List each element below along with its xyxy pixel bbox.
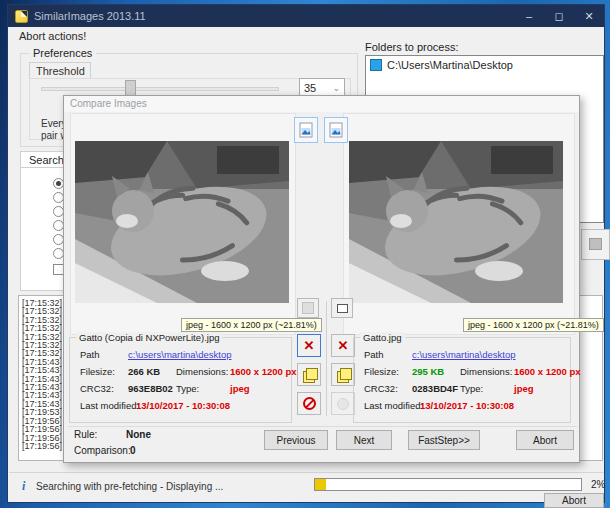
- folders-tool-button[interactable]: [581, 229, 610, 260]
- folder-path: C:\Users\Martina\Desktop: [387, 59, 513, 71]
- previous-button[interactable]: Previous: [264, 430, 328, 450]
- menu-abort-actions[interactable]: Abort actions!: [15, 30, 90, 42]
- right-file-info-group: Gatto.jpg Path c:\users\martina\desktop …: [353, 337, 571, 423]
- ignore-pair-button[interactable]: [297, 392, 321, 415]
- red-x-icon: ✕: [304, 338, 315, 353]
- left-type: jpeg: [230, 383, 250, 394]
- close-button[interactable]: ✕: [574, 5, 604, 27]
- window-title: SimilarImages 2013.11: [34, 10, 514, 22]
- tool-icon: [589, 238, 602, 250]
- folders-label: Folders to process:: [365, 41, 459, 53]
- maximize-button[interactable]: ◻: [544, 5, 574, 27]
- modified-label: Last modified:: [80, 400, 139, 411]
- left-dimensions: 1600 x 1200 px: [230, 366, 297, 377]
- right-type: jpeg: [514, 383, 534, 394]
- right-dimensions: 1600 x 1200 px: [514, 366, 581, 377]
- open-right-image-button[interactable]: [324, 117, 348, 143]
- recycle-right-button-disabled[interactable]: [331, 392, 355, 415]
- path-label: Path: [364, 349, 384, 360]
- open-left-image-button[interactable]: [294, 117, 318, 143]
- left-path-link[interactable]: c:\users\martina\desktop: [128, 349, 232, 360]
- delete-left-button[interactable]: ✕: [297, 334, 321, 357]
- threshold-slider-track[interactable]: [41, 87, 279, 91]
- right-filename: Gatto.jpg: [360, 332, 405, 343]
- red-x-icon: ✕: [338, 338, 349, 353]
- dialog-titlebar: Compare Images: [64, 96, 579, 112]
- progress-percent: 2%: [591, 479, 605, 490]
- info-icon: i: [22, 479, 25, 494]
- statusbar: i Searching with pre-fetching - Displayi…: [9, 472, 604, 502]
- right-modified: 13/10/2017 - 10:30:08: [420, 400, 514, 411]
- status-message: Searching with pre-fetching - Displaying…: [36, 481, 223, 492]
- app-icon: [15, 10, 28, 23]
- type-label: Type:: [176, 383, 199, 394]
- folder-item[interactable]: C:\Users\Martina\Desktop: [366, 56, 603, 73]
- dimensions-label: Dimensions:: [176, 366, 228, 377]
- square-icon: [337, 304, 348, 313]
- copy-right-button[interactable]: [331, 363, 355, 386]
- left-crc32: 963E8B02: [128, 383, 173, 394]
- left-image-caption: jpeg - 1600 x 1200 px (~21.81%): [181, 318, 322, 332]
- right-filesize: 295 KB: [412, 366, 444, 377]
- dialog-title: Compare Images: [70, 98, 147, 109]
- divider: [326, 301, 327, 416]
- type-label: Type:: [460, 383, 483, 394]
- image-file-icon: [299, 122, 313, 138]
- dimensions-label: Dimensions:: [460, 366, 512, 377]
- copy-left-button[interactable]: [297, 363, 321, 386]
- filesize-label: Filesize:: [80, 366, 115, 377]
- crc32-label: CRC32:: [80, 383, 114, 394]
- copy-pages-icon: [303, 368, 316, 381]
- left-filesize: 266 KB: [128, 366, 160, 377]
- comparison-label: Comparison:: [74, 445, 131, 456]
- faststep-button[interactable]: FastStep>>: [408, 430, 480, 450]
- preferences-label: Preferences: [29, 47, 96, 59]
- compare-images-dialog: Compare Images: [63, 95, 580, 463]
- left-modified: 13/10/2017 - 10:30:08: [136, 400, 230, 411]
- tab-threshold[interactable]: Threshold: [29, 62, 91, 79]
- left-file-info-group: Gatto (Copia di NXPowerLite).jpg Path c:…: [69, 337, 292, 423]
- right-fullview-button[interactable]: [331, 298, 353, 318]
- modified-label: Last modified:: [364, 400, 423, 411]
- left-zoom-button-disabled[interactable]: [297, 298, 319, 318]
- image-file-icon: [329, 122, 343, 138]
- comparison-value: 0: [130, 445, 136, 456]
- chevron-down-icon: ⌄: [332, 83, 340, 93]
- no-entry-icon: [303, 397, 316, 410]
- filesize-label: Filesize:: [364, 366, 399, 377]
- right-path-link[interactable]: c:\users\martina\desktop: [412, 349, 516, 360]
- crc32-label: CRC32:: [364, 383, 398, 394]
- minimize-button[interactable]: –: [514, 5, 544, 27]
- next-button[interactable]: Next: [336, 430, 392, 450]
- status-abort-button[interactable]: Abort: [544, 493, 604, 508]
- left-photo: [75, 141, 289, 303]
- rule-label: Rule:: [74, 429, 97, 440]
- threshold-value: 35: [304, 82, 316, 94]
- right-crc32: 0283BD4F: [412, 383, 458, 394]
- delete-right-button[interactable]: ✕: [331, 334, 355, 357]
- progress-fill: [315, 479, 326, 490]
- path-label: Path: [80, 349, 100, 360]
- left-filename: Gatto (Copia di NXPowerLite).jpg: [76, 332, 222, 343]
- rule-value: None: [126, 429, 151, 440]
- dialog-abort-button[interactable]: Abort: [516, 430, 574, 450]
- divider: [68, 426, 577, 427]
- disabled-icon: [337, 398, 349, 410]
- progress-bar: [314, 478, 582, 491]
- copy-pages-icon: [337, 368, 350, 381]
- right-photo: [349, 141, 563, 303]
- disabled-icon: [302, 302, 314, 314]
- titlebar: SimilarImages 2013.11 – ◻ ✕: [8, 5, 604, 27]
- menubar: Abort actions!: [8, 27, 604, 46]
- folder-checkbox-icon[interactable]: [370, 59, 382, 71]
- right-image-caption: jpeg - 1600 x 1200 px (~21.81%): [463, 318, 604, 332]
